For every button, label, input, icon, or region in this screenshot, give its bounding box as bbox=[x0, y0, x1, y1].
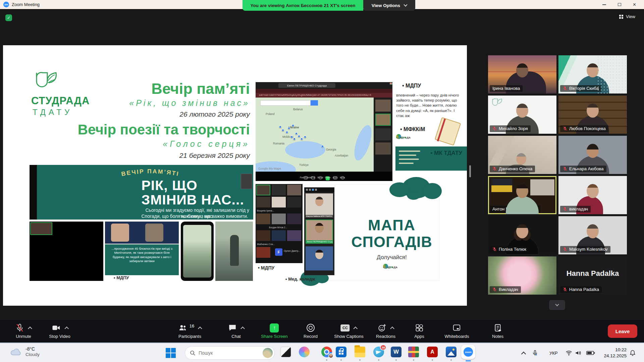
record-button[interactable]: Record bbox=[304, 323, 318, 339]
mini-video-tile bbox=[375, 100, 391, 112]
share-screen-icon: ↑ bbox=[270, 323, 279, 333]
memory-evening-poster: ВЕЧІР ПАМ’ЯТІ РІК, ЩОЗМІНИВ НАС... Сього… bbox=[30, 165, 253, 220]
chat-options-chevron[interactable] bbox=[240, 326, 245, 331]
meeting-toolbar: Unmute Stop Video 16 Participants C bbox=[0, 320, 644, 343]
unmute-label: Unmute bbox=[16, 334, 31, 339]
muted-mic-icon bbox=[563, 86, 567, 90]
map-label: Georgia bbox=[326, 148, 336, 151]
apps-button[interactable]: Apps bbox=[414, 323, 424, 339]
microsoft-store-icon[interactable] bbox=[336, 347, 346, 357]
participant-tile[interactable]: Михайло Зоря bbox=[488, 96, 556, 134]
notification-bell-icon[interactable] bbox=[629, 344, 636, 362]
mini-tile bbox=[287, 197, 301, 207]
meeting-stage: ✓ View СТУДРАДА ТДАТУ Вечір пам’яті «Рік… bbox=[0, 9, 644, 320]
viewing-screen-banner: You are viewing Антон Бессонов 21 ХТ's s… bbox=[243, 0, 363, 11]
acrobat-icon[interactable]: A bbox=[427, 347, 438, 357]
mini-tile bbox=[256, 197, 270, 207]
wifi-icon[interactable] bbox=[566, 344, 572, 362]
event1-subtitle: «Рік, що змінив нас» bbox=[90, 98, 250, 108]
telegram-icon[interactable]: 38 bbox=[373, 347, 384, 357]
participant-tile-no-video[interactable]: Hanna Padalka Hanna Padalka bbox=[558, 256, 627, 295]
muted-mic-icon bbox=[563, 167, 567, 171]
close-button[interactable]: × bbox=[627, 0, 642, 9]
tray-mic-in-use-icon[interactable] bbox=[532, 344, 538, 362]
teal-story-card: • МК ТДАТУ bbox=[395, 146, 467, 171]
map-pin bbox=[292, 124, 294, 127]
start-button[interactable] bbox=[166, 348, 176, 358]
weather-widget[interactable]: -8°C Cloudy bbox=[10, 346, 40, 357]
layout-divider-handle[interactable] bbox=[469, 165, 471, 177]
mini-video-tile: Karyna Valileva MTF TSATU bbox=[306, 193, 333, 218]
maximize-button[interactable] bbox=[612, 0, 627, 9]
leave-button[interactable]: Leave bbox=[608, 324, 637, 338]
mini-caption: Євген ПЕТРИЩЕНКО Студрада ТДАТУ bbox=[306, 240, 332, 243]
notes-button[interactable]: Notes bbox=[492, 323, 503, 339]
participant-name-label: Любов Покопцева bbox=[560, 125, 608, 132]
chrome-app-icon[interactable] bbox=[321, 347, 332, 357]
keyboard-language[interactable]: УКР bbox=[549, 344, 558, 362]
reactions-button[interactable]: Reactions bbox=[376, 323, 395, 339]
phone-mockup-photo bbox=[181, 222, 214, 281]
participant-photo bbox=[111, 224, 129, 242]
video-tiles-strip bbox=[105, 222, 179, 244]
text-line bbox=[399, 150, 420, 152]
participants-button[interactable]: 16 Participants bbox=[178, 323, 202, 339]
share-screen-button[interactable]: ↑ Share Screen bbox=[261, 323, 288, 339]
show-captions-button[interactable]: CC Show Captions bbox=[334, 323, 363, 339]
browser-tabs-strip bbox=[256, 89, 392, 93]
taskbar-clock[interactable]: 10:22 24.12.2025 bbox=[600, 347, 627, 359]
stop-video-button[interactable]: Stop Video bbox=[49, 323, 70, 339]
view-layout-button[interactable]: View bbox=[619, 14, 635, 19]
participant-tile[interactable]: Данченко Олена bbox=[488, 136, 556, 174]
zoom-sidebar-screenshot: Karyna Valileva MTF TSATU Євген ПЕТРИЩЕН… bbox=[304, 187, 334, 275]
participant-tile[interactable]: Ірина Іванова bbox=[488, 55, 556, 94]
volume-icon[interactable] bbox=[575, 344, 582, 362]
browser-address-bar: edit?mid=1lAEYi7WGwf0RS4XqAGyXKqjMtcfMMe… bbox=[256, 93, 392, 98]
word-icon[interactable]: W bbox=[391, 347, 401, 357]
gallery-scroll-down-button[interactable] bbox=[549, 300, 565, 310]
zoom-taskbar-icon-active[interactable]: zoom bbox=[461, 345, 475, 359]
taskbar-search[interactable] bbox=[185, 346, 275, 360]
participant-tile[interactable]: Любов Покопцева bbox=[558, 96, 627, 134]
participant-tile[interactable]: Вікторія Скиба bbox=[558, 55, 627, 94]
text-line bbox=[399, 155, 416, 156]
file-explorer-icon[interactable] bbox=[355, 347, 365, 357]
participants-options-chevron[interactable] bbox=[198, 326, 202, 331]
participant-name-label: Викладач bbox=[490, 286, 521, 293]
map-area: Belarus Poland Ukraine Moldova Romania T… bbox=[256, 98, 374, 172]
captions-options-chevron[interactable] bbox=[354, 326, 358, 331]
zoom-grid-screenshot: Вощина Ірина... Богдан Мітов 2... Жабчен… bbox=[256, 184, 303, 263]
video-options-chevron[interactable] bbox=[64, 326, 69, 331]
widgets-app-icon[interactable] bbox=[280, 347, 291, 357]
participant-tile-active-speaker[interactable]: Антон Бессонов 21 ХТ bbox=[488, 176, 556, 214]
security-shield-icon[interactable]: ✓ bbox=[5, 14, 12, 21]
map-card-title: МАПА bbox=[345, 217, 439, 234]
participant-photo bbox=[145, 224, 163, 242]
photos-app-icon[interactable] bbox=[446, 347, 457, 357]
muted-mic-icon bbox=[492, 167, 497, 171]
participant-tile[interactable]: Поліна Телюк bbox=[488, 216, 556, 254]
memory-quote-card: ...проходження 45 блокпостів при виїзді … bbox=[105, 244, 179, 275]
mini-tile bbox=[272, 214, 286, 224]
participant-tile[interactable]: Ельнара Аюбова bbox=[558, 136, 627, 174]
unmute-button[interactable]: Unmute bbox=[15, 323, 32, 339]
stop-video-label: Stop Video bbox=[49, 334, 70, 339]
audio-options-chevron[interactable] bbox=[28, 326, 32, 331]
participant-tile[interactable]: викладач bbox=[558, 176, 627, 214]
svg-text:ВЕЧІР ПАМ’ЯТІ: ВЕЧІР ПАМ’ЯТІ bbox=[121, 168, 180, 177]
minimize-button[interactable] bbox=[597, 0, 612, 9]
tray-hidden-icons-chevron[interactable] bbox=[522, 344, 525, 362]
whiteboards-button[interactable]: Whiteboards bbox=[445, 323, 469, 339]
zoom-app-icon: zm bbox=[3, 2, 9, 7]
participant-tile[interactable]: Maksym Kolesnikov bbox=[558, 216, 627, 254]
winrar-icon[interactable] bbox=[408, 347, 419, 357]
copilot-app-icon[interactable] bbox=[299, 347, 310, 357]
poster-title: РІК, ЩОЗМІНИВ НАС... bbox=[30, 178, 253, 193]
participant-tile[interactable]: Викладач bbox=[488, 256, 556, 295]
search-input[interactable] bbox=[199, 350, 259, 356]
reactions-options-chevron[interactable] bbox=[390, 326, 394, 331]
photo-story-card: ...проходження 45 блокпостів при виїзді … bbox=[105, 222, 179, 281]
view-options-button[interactable]: View Options bbox=[363, 0, 415, 11]
chat-button[interactable]: Chat bbox=[228, 323, 244, 339]
battery-icon[interactable] bbox=[586, 344, 595, 362]
